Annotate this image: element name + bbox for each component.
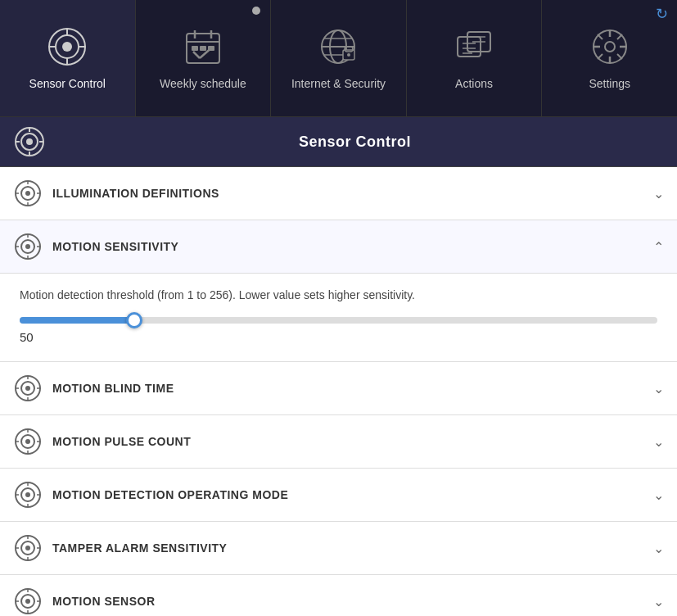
svg-line-38 — [617, 54, 622, 59]
motion-sensor-chevron: ⌄ — [653, 594, 664, 609]
tamper-alarm-sensitivity-icon — [13, 533, 43, 563]
row-motion-sensitivity[interactable]: MOTION SENSITIVITY ⌃ — [0, 220, 677, 274]
svg-point-50 — [25, 191, 30, 196]
motion-detection-mode-label: MOTION DETECTION OPERATING MODE — [52, 488, 653, 501]
row-tamper-alarm-sensitivity[interactable]: TAMPER ALARM SENSITIVITY ⌄ — [0, 522, 677, 575]
motion-pulse-count-chevron: ⌄ — [653, 434, 664, 450]
tab-internet-security-label: Internet & Security — [291, 76, 386, 91]
svg-point-92 — [25, 599, 30, 604]
motion-blind-time-chevron: ⌄ — [653, 381, 664, 396]
slider-thumb[interactable] — [126, 312, 142, 328]
motion-detection-mode-chevron: ⌄ — [653, 487, 664, 503]
tab-internet-security[interactable]: Internet & Security — [271, 0, 407, 116]
motion-sensitivity-label: MOTION SENSITIVITY — [52, 240, 653, 253]
illumination-definitions-icon — [13, 179, 43, 208]
motion-blind-time-icon — [13, 374, 43, 403]
row-motion-detection-mode[interactable]: MOTION DETECTION OPERATING MODE ⌄ — [0, 469, 677, 522]
svg-point-85 — [25, 546, 30, 550]
svg-rect-11 — [192, 46, 198, 51]
svg-point-57 — [25, 244, 30, 249]
section-header-icon — [13, 125, 46, 158]
motion-sensor-icon — [13, 587, 43, 616]
tab-actions-label: Actions — [455, 76, 493, 91]
svg-line-39 — [617, 34, 622, 39]
tab-sensor-control[interactable]: Sensor Control — [0, 0, 136, 116]
slider-container[interactable] — [20, 317, 657, 324]
illumination-definitions-chevron: ⌄ — [653, 186, 664, 202]
motion-sensitivity-expanded: Motion detection threshold (from 1 to 25… — [0, 274, 677, 362]
tab-actions[interactable]: Actions — [407, 0, 543, 116]
settings-icon — [589, 25, 631, 68]
motion-sensitivity-icon — [13, 232, 43, 261]
row-motion-pulse-count[interactable]: MOTION PULSE COUNT ⌄ — [0, 415, 677, 469]
internet-security-icon — [317, 25, 359, 68]
content-area: ILLUMINATION DEFINITIONS ⌄ MOTION SENSIT… — [0, 167, 677, 616]
tamper-alarm-sensitivity-chevron: ⌄ — [653, 541, 664, 556]
svg-point-43 — [26, 138, 33, 145]
sensor-control-icon — [46, 25, 88, 68]
top-navigation: Sensor Control Weekly schedule — [0, 0, 677, 117]
row-illumination-definitions[interactable]: ILLUMINATION DEFINITIONS ⌄ — [0, 167, 677, 220]
slider-track[interactable] — [20, 317, 657, 324]
slider-fill — [20, 317, 134, 324]
svg-point-23 — [347, 53, 350, 57]
svg-line-40 — [598, 54, 603, 59]
dot-indicator — [252, 7, 260, 15]
svg-point-64 — [25, 386, 30, 391]
row-motion-blind-time[interactable]: MOTION BLIND TIME ⌄ — [0, 362, 677, 415]
slider-value: 50 — [20, 330, 34, 344]
row-motion-sensor[interactable]: MOTION SENSOR ⌄ — [0, 575, 677, 616]
motion-blind-time-label: MOTION BLIND TIME — [52, 382, 653, 395]
svg-point-2 — [62, 42, 72, 52]
svg-line-37 — [598, 34, 603, 39]
motion-pulse-count-label: MOTION PULSE COUNT — [52, 435, 653, 448]
svg-point-78 — [25, 492, 30, 497]
section-header: Sensor Control — [0, 117, 677, 167]
actions-icon — [453, 25, 495, 68]
tab-weekly-schedule-label: Weekly schedule — [160, 76, 246, 91]
motion-sensitivity-description: Motion detection threshold (from 1 to 25… — [20, 287, 657, 304]
illumination-definitions-label: ILLUMINATION DEFINITIONS — [52, 187, 653, 200]
section-title: Sensor Control — [46, 134, 664, 151]
refresh-icon: ↻ — [656, 5, 672, 21]
tab-sensor-control-label: Sensor Control — [29, 76, 106, 91]
motion-sensitivity-chevron: ⌃ — [653, 239, 664, 255]
tab-settings[interactable]: ↻ Settings — [542, 0, 677, 116]
svg-point-71 — [25, 439, 30, 444]
tamper-alarm-sensitivity-label: TAMPER ALARM SENSITIVITY — [52, 541, 653, 555]
motion-detection-mode-icon — [13, 480, 43, 510]
svg-line-14 — [193, 52, 200, 58]
weekly-schedule-icon — [182, 25, 224, 68]
motion-sensor-label: MOTION SENSOR — [52, 595, 653, 608]
tab-weekly-schedule[interactable]: Weekly schedule — [136, 0, 272, 116]
svg-point-32 — [605, 42, 615, 52]
motion-pulse-count-icon — [13, 427, 43, 456]
svg-rect-12 — [200, 46, 206, 51]
tab-settings-label: Settings — [589, 76, 630, 91]
